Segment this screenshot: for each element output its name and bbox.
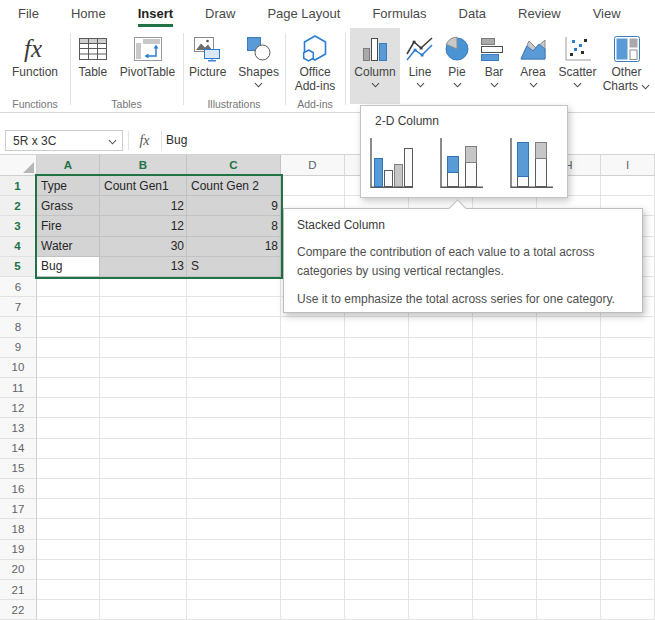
cell-c3[interactable]: 8 [187, 216, 281, 236]
cell-b4[interactable]: 30 [100, 237, 187, 257]
row-header-4[interactable]: 4 [0, 237, 37, 257]
button-label: Function [12, 65, 58, 79]
button-label: Bar [485, 65, 504, 79]
ribbon-group-illustrations: IllustrationsPictureShapes [183, 27, 285, 112]
cell-b1[interactable]: Count Gen1 [100, 176, 187, 196]
button-other-charts[interactable]: OtherCharts [600, 28, 653, 104]
tab-home[interactable]: Home [55, 0, 122, 27]
tab-file[interactable]: File [2, 0, 55, 27]
gridline [37, 357, 655, 358]
chevron-down-icon [371, 82, 380, 88]
row-header-9[interactable]: 9 [0, 338, 37, 358]
button-office-add-ins[interactable]: OfficeAdd-ins [290, 27, 341, 93]
insert-function-button[interactable]: fx [131, 130, 158, 151]
pivottable-icon [133, 32, 163, 65]
row-header-13[interactable]: 13 [0, 418, 37, 438]
row-header-7[interactable]: 7 [0, 297, 37, 317]
gridline [37, 377, 655, 378]
button-function[interactable]: fxFunction [7, 27, 63, 79]
cell-a5[interactable]: Bug [37, 257, 100, 277]
button-column[interactable]: Column [350, 28, 400, 104]
button-table[interactable]: Table [73, 27, 113, 79]
button-shapes[interactable]: Shapes [233, 27, 284, 88]
tab-view[interactable]: View [577, 0, 637, 27]
button-pivottable[interactable]: PivotTable [115, 27, 180, 79]
button-line[interactable]: Line [403, 28, 437, 104]
button-label: OfficeAdd-ins [295, 65, 336, 93]
cell-a3[interactable]: Fire [37, 216, 100, 236]
chevron-down-icon[interactable] [108, 134, 117, 148]
row-header-10[interactable]: 10 [0, 358, 37, 378]
tab-draw[interactable]: Draw [189, 0, 251, 27]
button-label: Pie [448, 65, 465, 79]
row-header-22[interactable]: 22 [0, 600, 37, 620]
cell-c2[interactable]: 9 [187, 196, 281, 216]
tab-insert[interactable]: Insert [122, 0, 189, 27]
gridline [37, 458, 655, 459]
row-header-19[interactable]: 19 [0, 540, 37, 560]
gridline [37, 337, 655, 338]
column-header-c[interactable]: C [187, 155, 281, 176]
row-header-16[interactable]: 16 [0, 479, 37, 499]
tab-review[interactable]: Review [502, 0, 577, 27]
row-header-14[interactable]: 14 [0, 439, 37, 459]
button-pie[interactable]: Pie [441, 28, 473, 104]
row-header-3[interactable]: 3 [0, 216, 37, 236]
row-header-1[interactable]: 1 [0, 176, 37, 196]
column-header-b[interactable]: B [100, 155, 187, 176]
table-icon [78, 32, 108, 65]
cell-a4[interactable]: Water [37, 237, 100, 257]
row-header-2[interactable]: 2 [0, 196, 37, 216]
cell-c4[interactable]: 18 [187, 237, 281, 257]
column-header-i[interactable]: I [601, 155, 655, 176]
select-all-corner[interactable] [0, 155, 37, 176]
tab-data[interactable]: Data [443, 0, 502, 27]
row-header-5[interactable]: 5 [0, 257, 37, 277]
tab-bar: FileHomeInsertDrawPage LayoutFormulasDat… [0, 0, 655, 27]
button-area[interactable]: Area [513, 28, 553, 104]
row-header-21[interactable]: 21 [0, 580, 37, 600]
row-header-17[interactable]: 17 [0, 499, 37, 519]
name-box-value: 5R x 3C [13, 134, 56, 148]
cell-a1[interactable]: Type [37, 176, 100, 196]
button-scatter[interactable]: Scatter [554, 28, 601, 104]
ribbon-group-charts: ColumnLinePieBarAreaScatterOtherCharts [345, 27, 655, 112]
menu-item-clustered-column[interactable] [365, 133, 419, 195]
svg-text:fx: fx [24, 35, 42, 62]
button-label: Line [409, 65, 432, 79]
gridline [37, 599, 655, 600]
chevron-down-icon [573, 82, 582, 88]
tooltip-body: Compare the contribution of each value t… [297, 243, 629, 280]
column-header-a[interactable]: A [37, 155, 100, 176]
name-box[interactable]: 5R x 3C [5, 130, 123, 151]
button-picture[interactable]: Picture [184, 27, 231, 79]
office-addins-icon [300, 32, 330, 65]
chevron-down-icon [490, 82, 499, 88]
group-label: Add-ins [285, 98, 345, 110]
button-bar[interactable]: Bar [477, 28, 511, 104]
row-header-12[interactable]: 12 [0, 398, 37, 418]
button-label: Scatter [558, 65, 596, 79]
cell-b5[interactable]: 13 [100, 257, 187, 277]
row-header-18[interactable]: 18 [0, 519, 37, 539]
cell-c5[interactable]: S [187, 257, 281, 277]
row-header-6[interactable]: 6 [0, 277, 37, 297]
tab-page-layout[interactable]: Page Layout [251, 0, 356, 27]
row-header-11[interactable]: 11 [0, 378, 37, 398]
tooltip-title: Stacked Column [297, 218, 629, 232]
group-label: Illustrations [183, 98, 285, 110]
row-header-8[interactable]: 8 [0, 317, 37, 337]
menu-item-100-stacked-column[interactable] [505, 133, 559, 195]
menu-item-stacked-column[interactable] [435, 133, 489, 195]
tab-formulas[interactable]: Formulas [356, 0, 442, 27]
cell-c1[interactable]: Count Gen 2 [187, 176, 281, 196]
button-label: PivotTable [120, 65, 175, 79]
row-header-20[interactable]: 20 [0, 560, 37, 580]
cell-b2[interactable]: 12 [100, 196, 187, 216]
area-icon [518, 32, 548, 65]
row-header-15[interactable]: 15 [0, 459, 37, 479]
function-icon: fx [15, 32, 55, 65]
column-header-d[interactable]: D [281, 155, 345, 176]
cell-b3[interactable]: 12 [100, 216, 187, 236]
cell-a2[interactable]: Grass [37, 196, 100, 216]
